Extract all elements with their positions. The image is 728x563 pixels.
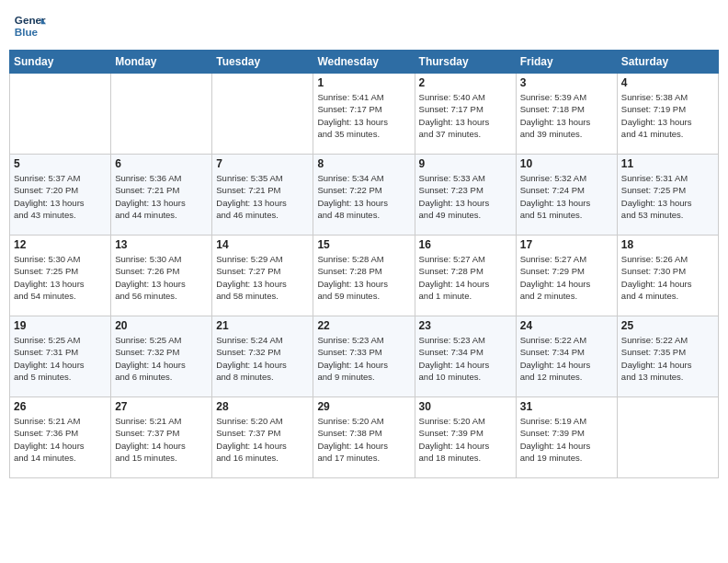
calendar-cell: 8Sunrise: 5:34 AMSunset: 7:22 PMDaylight… (313, 155, 415, 236)
calendar-header-row: SundayMondayTuesdayWednesdayThursdayFrid… (10, 51, 719, 74)
calendar-cell: 23Sunrise: 5:23 AMSunset: 7:34 PMDayligh… (415, 316, 516, 397)
day-info: Sunrise: 5:36 AMSunset: 7:21 PMDaylight:… (115, 172, 208, 221)
day-info: Sunrise: 5:25 AMSunset: 7:32 PMDaylight:… (115, 334, 208, 383)
day-info: Sunrise: 5:27 AMSunset: 7:29 PMDaylight:… (520, 253, 613, 302)
day-info: Sunrise: 5:21 AMSunset: 7:36 PMDaylight:… (14, 415, 107, 464)
day-number: 14 (216, 238, 309, 251)
calendar-cell: 2Sunrise: 5:40 AMSunset: 7:17 PMDaylight… (415, 74, 516, 155)
calendar-cell: 21Sunrise: 5:24 AMSunset: 7:32 PMDayligh… (212, 316, 313, 397)
calendar-cell: 19Sunrise: 5:25 AMSunset: 7:31 PMDayligh… (10, 316, 111, 397)
day-number: 9 (419, 157, 512, 170)
column-header-wednesday: Wednesday (313, 51, 415, 74)
calendar-cell: 30Sunrise: 5:20 AMSunset: 7:39 PMDayligh… (415, 397, 516, 478)
day-info: Sunrise: 5:28 AMSunset: 7:28 PMDaylight:… (317, 253, 410, 302)
calendar-cell: 14Sunrise: 5:29 AMSunset: 7:27 PMDayligh… (212, 236, 313, 316)
day-number: 11 (621, 157, 714, 170)
calendar-cell: 6Sunrise: 5:36 AMSunset: 7:21 PMDaylight… (111, 155, 212, 236)
day-number: 22 (317, 319, 410, 332)
calendar-cell: 18Sunrise: 5:26 AMSunset: 7:30 PMDayligh… (617, 236, 718, 316)
day-info: Sunrise: 5:37 AMSunset: 7:20 PMDaylight:… (14, 172, 107, 221)
day-number: 27 (115, 400, 208, 413)
calendar-cell: 3Sunrise: 5:39 AMSunset: 7:18 PMDaylight… (516, 74, 617, 155)
day-number: 18 (621, 238, 714, 251)
calendar-cell: 28Sunrise: 5:20 AMSunset: 7:37 PMDayligh… (212, 397, 313, 478)
day-info: Sunrise: 5:39 AMSunset: 7:18 PMDaylight:… (520, 91, 613, 140)
column-header-friday: Friday (516, 51, 617, 74)
column-header-saturday: Saturday (617, 51, 718, 74)
calendar-cell: 7Sunrise: 5:35 AMSunset: 7:21 PMDaylight… (212, 155, 313, 236)
day-info: Sunrise: 5:33 AMSunset: 7:23 PMDaylight:… (419, 172, 512, 221)
day-info: Sunrise: 5:21 AMSunset: 7:37 PMDaylight:… (115, 415, 208, 464)
day-number: 16 (419, 238, 512, 251)
svg-text:Blue: Blue (15, 26, 39, 38)
calendar-cell: 4Sunrise: 5:38 AMSunset: 7:19 PMDaylight… (617, 74, 718, 155)
calendar-cell: 22Sunrise: 5:23 AMSunset: 7:33 PMDayligh… (313, 316, 415, 397)
day-info: Sunrise: 5:20 AMSunset: 7:37 PMDaylight:… (216, 415, 309, 464)
day-info: Sunrise: 5:23 AMSunset: 7:33 PMDaylight:… (317, 334, 410, 383)
calendar-cell: 11Sunrise: 5:31 AMSunset: 7:25 PMDayligh… (617, 155, 718, 236)
calendar-cell (617, 397, 718, 478)
calendar-cell: 26Sunrise: 5:21 AMSunset: 7:36 PMDayligh… (10, 397, 111, 478)
day-info: Sunrise: 5:22 AMSunset: 7:34 PMDaylight:… (520, 334, 613, 383)
day-number: 3 (520, 76, 613, 89)
day-number: 12 (14, 238, 107, 251)
calendar-cell: 29Sunrise: 5:20 AMSunset: 7:38 PMDayligh… (313, 397, 415, 478)
column-header-thursday: Thursday (415, 51, 516, 74)
week-row-3: 12Sunrise: 5:30 AMSunset: 7:25 PMDayligh… (10, 236, 719, 316)
column-header-monday: Monday (111, 51, 212, 74)
calendar-cell: 31Sunrise: 5:19 AMSunset: 7:39 PMDayligh… (516, 397, 617, 478)
day-info: Sunrise: 5:32 AMSunset: 7:24 PMDaylight:… (520, 172, 613, 221)
day-info: Sunrise: 5:20 AMSunset: 7:39 PMDaylight:… (419, 415, 512, 464)
calendar-cell: 12Sunrise: 5:30 AMSunset: 7:25 PMDayligh… (10, 236, 111, 316)
calendar-cell: 16Sunrise: 5:27 AMSunset: 7:28 PMDayligh… (415, 236, 516, 316)
day-number: 24 (520, 319, 613, 332)
day-info: Sunrise: 5:29 AMSunset: 7:27 PMDaylight:… (216, 253, 309, 302)
day-number: 17 (520, 238, 613, 251)
day-number: 25 (621, 319, 714, 332)
calendar-cell: 13Sunrise: 5:30 AMSunset: 7:26 PMDayligh… (111, 236, 212, 316)
day-number: 15 (317, 238, 410, 251)
week-row-1: 1Sunrise: 5:41 AMSunset: 7:17 PMDaylight… (10, 74, 719, 155)
calendar-cell: 5Sunrise: 5:37 AMSunset: 7:20 PMDaylight… (10, 155, 111, 236)
day-number: 2 (419, 76, 512, 89)
day-number: 21 (216, 319, 309, 332)
logo: General Blue (13, 9, 50, 42)
week-row-4: 19Sunrise: 5:25 AMSunset: 7:31 PMDayligh… (10, 316, 719, 397)
calendar-cell (10, 74, 111, 155)
day-number: 7 (216, 157, 309, 170)
calendar-cell: 1Sunrise: 5:41 AMSunset: 7:17 PMDaylight… (313, 74, 415, 155)
calendar-cell (212, 74, 313, 155)
calendar-cell (111, 74, 212, 155)
week-row-2: 5Sunrise: 5:37 AMSunset: 7:20 PMDaylight… (10, 155, 719, 236)
day-info: Sunrise: 5:24 AMSunset: 7:32 PMDaylight:… (216, 334, 309, 383)
calendar-cell: 9Sunrise: 5:33 AMSunset: 7:23 PMDaylight… (415, 155, 516, 236)
day-info: Sunrise: 5:35 AMSunset: 7:21 PMDaylight:… (216, 172, 309, 221)
day-info: Sunrise: 5:25 AMSunset: 7:31 PMDaylight:… (14, 334, 107, 383)
calendar-cell: 17Sunrise: 5:27 AMSunset: 7:29 PMDayligh… (516, 236, 617, 316)
calendar-cell: 20Sunrise: 5:25 AMSunset: 7:32 PMDayligh… (111, 316, 212, 397)
calendar-cell: 24Sunrise: 5:22 AMSunset: 7:34 PMDayligh… (516, 316, 617, 397)
day-number: 4 (621, 76, 714, 89)
day-info: Sunrise: 5:27 AMSunset: 7:28 PMDaylight:… (419, 253, 512, 302)
day-info: Sunrise: 5:38 AMSunset: 7:19 PMDaylight:… (621, 91, 714, 140)
column-header-tuesday: Tuesday (212, 51, 313, 74)
page-header: General Blue (9, 9, 719, 42)
day-info: Sunrise: 5:23 AMSunset: 7:34 PMDaylight:… (419, 334, 512, 383)
week-row-5: 26Sunrise: 5:21 AMSunset: 7:36 PMDayligh… (10, 397, 719, 478)
day-number: 8 (317, 157, 410, 170)
day-info: Sunrise: 5:26 AMSunset: 7:30 PMDaylight:… (621, 253, 714, 302)
day-info: Sunrise: 5:31 AMSunset: 7:25 PMDaylight:… (621, 172, 714, 221)
day-info: Sunrise: 5:22 AMSunset: 7:35 PMDaylight:… (621, 334, 714, 383)
day-number: 19 (14, 319, 107, 332)
day-number: 23 (419, 319, 512, 332)
day-number: 29 (317, 400, 410, 413)
day-info: Sunrise: 5:34 AMSunset: 7:22 PMDaylight:… (317, 172, 410, 221)
day-number: 1 (317, 76, 410, 89)
day-info: Sunrise: 5:41 AMSunset: 7:17 PMDaylight:… (317, 91, 410, 140)
day-number: 13 (115, 238, 208, 251)
day-info: Sunrise: 5:30 AMSunset: 7:25 PMDaylight:… (14, 253, 107, 302)
day-number: 10 (520, 157, 613, 170)
day-info: Sunrise: 5:20 AMSunset: 7:38 PMDaylight:… (317, 415, 410, 464)
calendar-cell: 25Sunrise: 5:22 AMSunset: 7:35 PMDayligh… (617, 316, 718, 397)
column-header-sunday: Sunday (10, 51, 111, 74)
